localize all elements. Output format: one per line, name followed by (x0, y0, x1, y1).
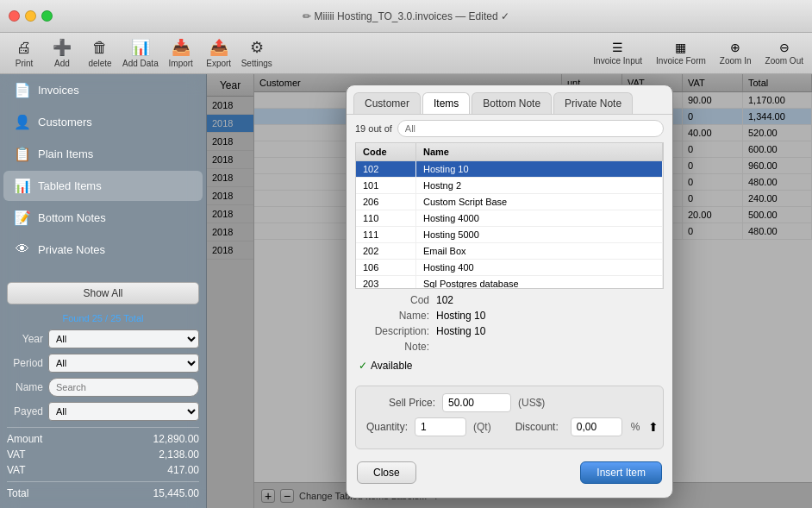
modal-footer: Close Insert Item (347, 455, 672, 484)
sidebar-item-private-notes-label: Private Notes (38, 243, 105, 256)
export-label: Export (206, 59, 231, 68)
sidebar-item-plain-items[interactable]: 📋 Plain Items (3, 139, 203, 169)
invoice-form-button[interactable]: ▦ Invoice Form (656, 41, 706, 66)
invoices-icon: 📄 (14, 82, 31, 98)
modal-overlay: Customer Items Bottom Note Private Note … (207, 74, 812, 508)
note-label: Note: (359, 341, 436, 353)
export-button[interactable]: 📤 Export (203, 38, 234, 68)
year-filter-select[interactable]: All (48, 329, 199, 348)
maximize-button[interactable] (41, 10, 53, 22)
add-data-icon: 📊 (131, 38, 150, 57)
sidebar-item-invoices[interactable]: 📄 Invoices (3, 75, 203, 105)
content-area: Year 2018 2018 2018 2018 2018 2018 2018 … (207, 74, 812, 508)
vat2-row: VAT 417.00 (0, 462, 206, 478)
bottom-notes-icon: 📝 (14, 210, 31, 226)
item-row-106[interactable]: 106 Hosting 400 (356, 260, 663, 276)
sidebar-item-plain-items-label: Plain Items (38, 147, 93, 160)
item-row-101[interactable]: 101 Hostng 2 (356, 178, 663, 194)
close-button[interactable]: Close (357, 461, 416, 484)
amount-label: Amount (7, 433, 42, 445)
sell-price-row: Sell Price: (US$) (366, 393, 653, 412)
customers-icon: 👤 (14, 114, 31, 130)
tab-bottom-note[interactable]: Bottom Note (472, 92, 552, 114)
delete-button[interactable]: 🗑 delete (84, 39, 116, 68)
add-data-button[interactable]: 📊 Add Data (122, 38, 159, 68)
item-code: 110 (356, 210, 416, 226)
sidebar-item-tabled-items-label: Tabled Items (38, 179, 102, 192)
print-button[interactable]: 🖨 Print (9, 39, 40, 68)
tab-customer[interactable]: Customer (353, 92, 421, 114)
name-filter-input[interactable] (48, 378, 199, 397)
currency-label: (US$) (518, 397, 545, 409)
item-code: 101 (356, 178, 416, 193)
item-row-111[interactable]: 111 Hosting 5000 (356, 227, 663, 243)
name-label: Name: (359, 310, 436, 322)
vat2-value: 417.00 (167, 464, 199, 476)
item-row-110[interactable]: 110 Hosting 4000 (356, 210, 663, 227)
show-all-button[interactable]: Show All (7, 282, 199, 304)
print-icon: 🖨 (16, 39, 32, 57)
total-label: Total (7, 487, 28, 499)
sell-price-input[interactable] (442, 393, 511, 412)
items-table-header: Code Name (356, 143, 663, 161)
sidebar-item-bottom-notes-label: Bottom Notes (38, 211, 106, 224)
sidebar-item-bottom-notes[interactable]: 📝 Bottom Notes (3, 203, 203, 233)
zoom-in-button[interactable]: ⊕ Zoom In (720, 41, 752, 66)
item-row-203[interactable]: 203 Sql Postgres database (356, 276, 663, 289)
items-table: Code Name 102 Hosting 10 101 Hostng 2 20… (355, 142, 664, 289)
tab-private-note[interactable]: Private Note (553, 92, 633, 114)
item-name: Custom Script Base (416, 194, 663, 210)
quantity-input[interactable] (415, 417, 466, 436)
description-label: Description: (359, 325, 436, 337)
add-data-label: Add Data (122, 59, 159, 68)
item-row-202[interactable]: 202 Email Box (356, 243, 663, 260)
item-name: Hosting 10 (416, 161, 663, 177)
sidebar-item-private-notes[interactable]: 👁 Private Notes (3, 235, 203, 264)
import-button[interactable]: 📥 Import (166, 38, 197, 68)
price-area: Sell Price: (US$) Quantity: (Qt) Discoun… (355, 386, 664, 449)
total-row: Total 15,445.00 (0, 486, 206, 501)
toolbar: 🖨 Print ➕ Add 🗑 delete 📊 Add Data 📥 Impo… (0, 33, 812, 74)
period-filter-select[interactable]: All (48, 354, 199, 373)
period-filter-row: Period All (0, 351, 206, 375)
detail-area: Cod 102 Name: Hosting 10 Description: Ho… (347, 289, 672, 380)
close-button[interactable] (9, 10, 20, 22)
sidebar-item-customers-label: Customers (38, 116, 92, 129)
cod-row: Cod 102 (359, 294, 660, 306)
discount-stepper[interactable]: ⬆ (648, 420, 659, 434)
sell-price-label: Sell Price: (366, 397, 435, 409)
vat1-value: 2,138.00 (159, 448, 199, 461)
settings-label: Settings (241, 59, 272, 68)
item-code: 106 (356, 260, 416, 275)
invoice-form-label: Invoice Form (656, 56, 706, 66)
insert-item-button[interactable]: Insert Item (580, 461, 662, 484)
window-controls[interactable] (9, 10, 53, 22)
invoice-input-button[interactable]: ☰ Invoice Input (593, 41, 642, 66)
modal-tabs: Customer Items Bottom Note Private Note (347, 85, 672, 115)
item-row-102[interactable]: 102 Hosting 10 (356, 161, 663, 178)
description-value: Hosting 10 (436, 325, 485, 337)
add-button[interactable]: ➕ Add (47, 38, 78, 68)
invoice-form-icon: ▦ (675, 41, 686, 54)
total-value: 15,445.00 (153, 487, 199, 499)
tab-items[interactable]: Items (422, 92, 470, 114)
minimize-button[interactable] (25, 10, 36, 22)
sidebar-item-customers[interactable]: 👤 Customers (3, 107, 203, 137)
sidebar-item-tabled-items[interactable]: 📊 Tabled Items (3, 171, 203, 201)
import-label: Import (169, 59, 193, 68)
discount-input[interactable] (571, 417, 622, 436)
toolbar-right: ☰ Invoice Input ▦ Invoice Form ⊕ Zoom In… (593, 41, 803, 66)
note-row: Note: (359, 341, 660, 353)
zoom-out-button[interactable]: ⊖ Zoom Out (765, 41, 803, 66)
quantity-label: Quantity: (366, 421, 408, 433)
vat1-row: VAT 2,138.00 (0, 447, 206, 462)
invoice-input-icon: ☰ (612, 41, 623, 54)
search-count: 19 out of (355, 123, 392, 134)
item-name: Hostng 2 (416, 178, 663, 193)
payed-filter-select[interactable]: All (48, 402, 199, 421)
modal-search-input[interactable] (397, 120, 664, 137)
item-row-206[interactable]: 206 Custom Script Base (356, 194, 663, 210)
settings-button[interactable]: ⚙ Settings (241, 38, 272, 68)
tabled-items-icon: 📊 (14, 178, 31, 194)
items-col-name: Name (416, 143, 663, 160)
